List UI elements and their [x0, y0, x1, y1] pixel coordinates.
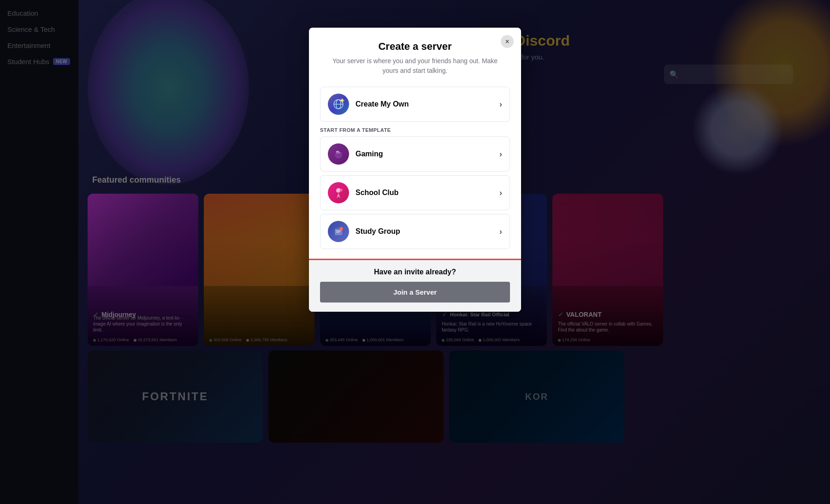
- modal-footer: Have an invite already? Join a Server: [309, 260, 521, 312]
- study-group-chevron: ›: [499, 227, 502, 237]
- svg-rect-18: [336, 232, 339, 233]
- study-group-svg: !: [332, 225, 345, 238]
- school-club-template-option[interactable]: School Club ›: [320, 175, 510, 210]
- study-group-template-label: Study Group: [356, 227, 493, 236]
- school-club-chevron: ›: [499, 188, 502, 198]
- svg-text:!: !: [341, 228, 342, 231]
- modal-subtitle: Your server is where you and your friend…: [320, 56, 510, 76]
- svg-rect-11: [336, 152, 339, 153]
- template-section-label: START FROM A TEMPLATE: [320, 127, 510, 133]
- gaming-svg: [332, 148, 345, 160]
- modal-close-button[interactable]: ×: [501, 35, 514, 48]
- svg-rect-17: [336, 231, 341, 231]
- modal-header: Create a server Your server is where you…: [309, 28, 521, 83]
- school-club-template-label: School Club: [356, 189, 493, 197]
- svg-point-3: [341, 99, 344, 102]
- study-group-template-icon: !: [328, 221, 349, 242]
- join-server-button[interactable]: Join a Server: [320, 282, 510, 302]
- gaming-template-label: Gaming: [356, 150, 493, 158]
- create-my-own-label: Create My Own: [356, 100, 493, 108]
- create-my-own-option[interactable]: Create My Own ›: [320, 87, 510, 122]
- create-my-own-icon: [328, 94, 349, 115]
- modal-options-list: Create My Own › START FROM A TEMPLATE Ga…: [309, 83, 521, 260]
- gaming-template-option[interactable]: Gaming ›: [320, 136, 510, 172]
- globe-sparkle-svg: [332, 98, 345, 111]
- modal-title: Create a server: [320, 41, 510, 53]
- school-club-template-icon: [328, 182, 349, 203]
- invite-text: Have an invite already?: [320, 268, 510, 276]
- create-my-own-chevron: ›: [499, 100, 502, 109]
- gaming-chevron: ›: [499, 149, 502, 159]
- study-group-template-option[interactable]: ! Study Group ›: [320, 214, 510, 249]
- create-server-modal: Create a server Your server is where you…: [309, 28, 521, 312]
- modal-wrapper: Create a server Your server is where you…: [0, 0, 830, 504]
- school-club-svg: [332, 186, 345, 199]
- gaming-template-icon: [328, 143, 349, 165]
